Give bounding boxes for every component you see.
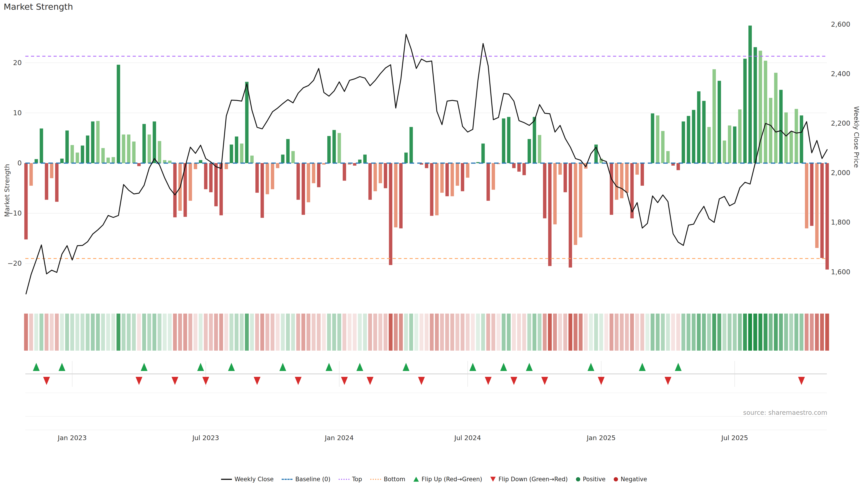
flip-marker-panel — [25, 361, 827, 387]
legend-item-weekly-close[interactable]: Weekly Close — [221, 476, 274, 483]
market-strength-chart: Market Strength Market Strength Weekly C… — [0, 0, 868, 488]
weekly-close-line-icon — [221, 479, 232, 480]
legend-item-flip-down[interactable]: Flip Down (Green→Red) — [490, 476, 567, 483]
chart-canvas: 20100−10−202,6002,4002,2002,0001,8001,60… — [0, 0, 868, 488]
legend-label: Negative — [621, 476, 647, 483]
bottom-dotted-line-icon — [370, 479, 381, 480]
svg-text:−20: −20 — [7, 259, 22, 267]
legend-label: Bottom — [384, 476, 405, 483]
legend-item-baseline[interactable]: Baseline (0) — [282, 476, 330, 483]
svg-text:Jul 2023: Jul 2023 — [192, 434, 219, 442]
source-note: source: sharemaestro.com — [743, 409, 827, 416]
triangle-down-icon — [490, 477, 496, 482]
flip-down-markers — [43, 377, 805, 385]
legend-label: Flip Up (Red→Green) — [422, 476, 482, 483]
right-axis-ticks: 2,6002,4002,2002,0001,8001,600 — [831, 20, 850, 276]
baseline-dash-icon — [282, 479, 292, 480]
flip-up-markers — [33, 363, 682, 371]
svg-text:−10: −10 — [7, 209, 22, 217]
svg-text:2,000: 2,000 — [831, 169, 850, 177]
legend-label: Weekly Close — [235, 476, 274, 483]
legend-label: Flip Down (Green→Red) — [498, 476, 567, 483]
svg-text:1,800: 1,800 — [831, 218, 850, 226]
gridlines — [25, 63, 827, 430]
heatmap-strip — [24, 314, 829, 351]
positive-dot-icon — [576, 477, 580, 482]
svg-text:1,600: 1,600 — [831, 268, 850, 276]
legend-item-top[interactable]: Top — [339, 476, 362, 483]
triangle-up-icon — [413, 477, 419, 482]
svg-text:10: 10 — [13, 109, 22, 117]
legend-label: Positive — [583, 476, 606, 483]
legend-item-negative[interactable]: Negative — [614, 476, 647, 483]
svg-text:20: 20 — [13, 59, 22, 67]
legend: Weekly Close Baseline (0) Top Bottom Fli… — [0, 476, 868, 483]
svg-text:Jan 2023: Jan 2023 — [57, 434, 87, 442]
left-axis-ticks: 20100−10−20 — [7, 59, 22, 267]
legend-item-bottom[interactable]: Bottom — [370, 476, 405, 483]
x-axis-ticks: Jan 2023Jul 2023Jan 2024Jul 2024Jan 2025… — [57, 434, 748, 442]
svg-text:2,400: 2,400 — [831, 70, 850, 78]
svg-text:Jan 2025: Jan 2025 — [586, 434, 616, 442]
top-dotted-line-icon — [339, 479, 349, 480]
svg-text:2,200: 2,200 — [831, 119, 850, 127]
svg-text:Jul 2025: Jul 2025 — [721, 434, 748, 442]
svg-text:2,600: 2,600 — [831, 20, 850, 28]
svg-text:0: 0 — [18, 159, 22, 167]
legend-item-flip-up[interactable]: Flip Up (Red→Green) — [413, 476, 482, 483]
legend-label: Top — [352, 476, 362, 483]
svg-text:Jul 2024: Jul 2024 — [454, 434, 481, 442]
svg-text:Jan 2024: Jan 2024 — [324, 434, 354, 442]
legend-label: Baseline (0) — [295, 476, 330, 483]
negative-dot-icon — [614, 477, 618, 482]
legend-item-positive[interactable]: Positive — [576, 476, 606, 483]
